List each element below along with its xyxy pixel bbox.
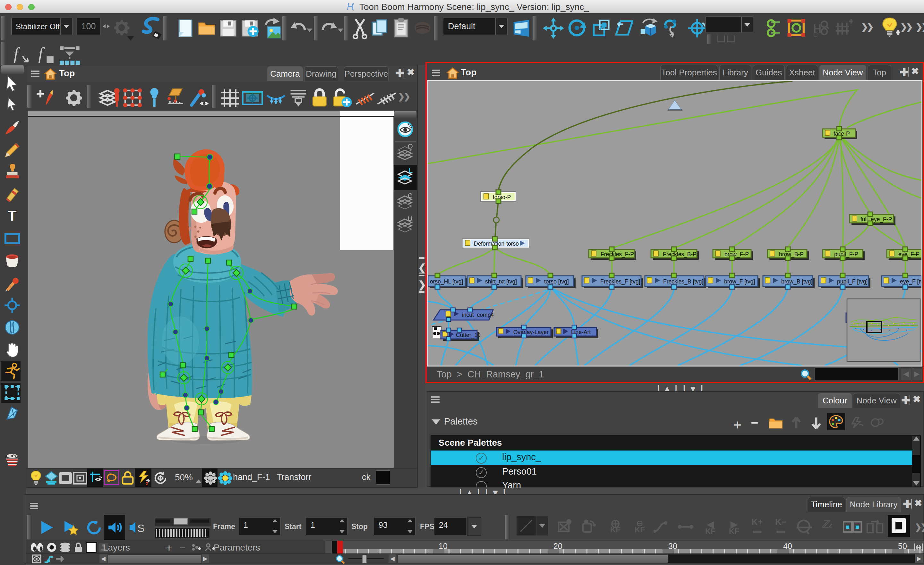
svg-text:Cutter_10: Cutter_10 (456, 332, 481, 339)
svg-text:z: z (146, 481, 148, 485)
svg-text:torso-P: torso-P (493, 194, 511, 201)
svg-text:Freckles_F [tvg]: Freckles_F [tvg] (600, 278, 640, 285)
svg-text:brow_B-P: brow_B-P (779, 251, 804, 258)
svg-text:Freckles_F-P: Freckles_F-P (601, 251, 634, 258)
svg-text:Freckles_B-P: Freckles_B-P (663, 251, 696, 258)
svg-text:orso_HL [tvg]: orso_HL [tvg] (430, 278, 463, 285)
svg-text:incut_comp4: incut_comp4 (462, 312, 494, 318)
svg-text:Freckles_B [tvg]: Freckles_B [tvg] (663, 278, 703, 285)
svg-text:eye_F [tv: eye_F [tv (900, 278, 921, 285)
svg-text:S: S (137, 522, 145, 534)
svg-text:f: f (38, 44, 45, 63)
svg-text:Overlay-Layer: Overlay-Layer (513, 329, 549, 336)
svg-text:C: C (813, 31, 818, 37)
svg-text:shirt_txt [tvg]: shirt_txt [tvg] (485, 278, 517, 285)
svg-text:brow_F [tvg]: brow_F [tvg] (724, 278, 755, 285)
svg-text:pupil_F-P: pupil_F-P (834, 251, 858, 258)
svg-text:brow_F-P: brow_F-P (724, 251, 749, 258)
svg-text:brow_B [tvg]: brow_B [tvg] (781, 278, 812, 285)
svg-text:eye_F-P: eye_F-P (898, 251, 920, 258)
svg-text:full_eye_F-P: full_eye_F-P (861, 216, 892, 223)
svg-text:torso [tvg]: torso [tvg] (544, 278, 569, 285)
svg-text:f: f (14, 44, 20, 63)
svg-text:pupil_F [tvg]: pupil_F [tvg] (837, 278, 867, 285)
